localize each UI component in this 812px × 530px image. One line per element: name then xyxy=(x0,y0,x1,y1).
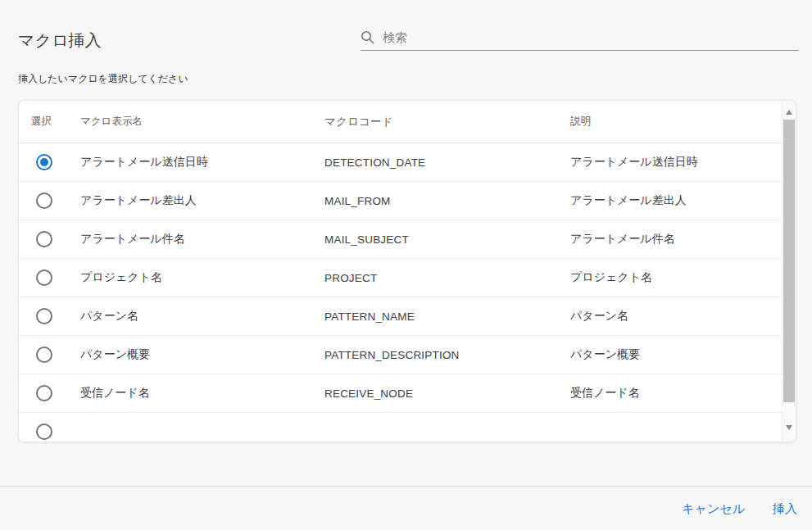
scrollbar-up-arrow-icon[interactable] xyxy=(786,110,792,115)
macro-display-name: アラートメール送信日時 xyxy=(80,143,324,181)
table-scrollbar[interactable] xyxy=(782,101,796,442)
macro-code: MAIL_FROM xyxy=(324,182,570,220)
insert-button[interactable]: 挿入 xyxy=(771,496,799,522)
radio-unselected[interactable] xyxy=(36,231,52,247)
column-header-description: 説明 xyxy=(570,101,782,143)
macro-description xyxy=(570,413,782,442)
radio-unselected[interactable] xyxy=(36,385,52,401)
select-cell xyxy=(19,336,80,374)
column-header-select: 選択 xyxy=(19,101,80,143)
radio-unselected[interactable] xyxy=(36,308,52,324)
macro-table-card: 選択 マクロ表示名 マクロコード 説明 アラートメール送信日時DETECTION… xyxy=(18,100,796,442)
footer-divider xyxy=(0,486,812,487)
column-header-code: マクロコード xyxy=(324,101,570,143)
macro-code: PROJECT xyxy=(324,259,570,297)
macro-description: アラートメール送信日時 xyxy=(570,143,782,181)
scrollbar-down-arrow-icon[interactable] xyxy=(786,425,792,430)
cancel-button[interactable]: キャンセル xyxy=(680,496,746,522)
table-row[interactable]: パターン概要PATTERN_DESCRIPTIONパターン概要 xyxy=(19,336,782,374)
table-row[interactable]: アラートメール送信日時DETECTION_DATEアラートメール送信日時 xyxy=(19,143,782,182)
radio-unselected[interactable] xyxy=(36,270,52,286)
macro-code: MAIL_SUBJECT xyxy=(324,220,570,258)
table-row[interactable]: 受信ノード名RECEIVE_NODE受信ノード名 xyxy=(19,374,782,413)
table-row[interactable]: アラートメール件名MAIL_SUBJECTアラートメール件名 xyxy=(19,220,782,259)
macro-display-name: アラートメール差出人 xyxy=(80,182,324,220)
select-cell xyxy=(19,374,80,412)
table-viewport: 選択 マクロ表示名 マクロコード 説明 アラートメール送信日時DETECTION… xyxy=(19,101,782,442)
macro-display-name: 受信ノード名 xyxy=(80,374,324,412)
table-row[interactable]: アラートメール差出人MAIL_FROMアラートメール差出人 xyxy=(19,182,782,220)
macro-code: DETECTION_DATE xyxy=(324,143,570,181)
macro-display-name: パターン概要 xyxy=(80,336,324,374)
radio-unselected[interactable] xyxy=(36,193,52,209)
select-cell xyxy=(19,297,80,335)
macro-code xyxy=(324,413,570,442)
macro-description: パターン概要 xyxy=(570,336,782,374)
radio-unselected[interactable] xyxy=(36,424,52,440)
table-body: アラートメール送信日時DETECTION_DATEアラートメール送信日時アラート… xyxy=(19,143,782,442)
macro-description: アラートメール差出人 xyxy=(570,182,782,220)
page-title: マクロ挿入 xyxy=(18,29,101,52)
search-input[interactable] xyxy=(383,30,799,44)
table-row[interactable]: パターン名PATTERN_NAMEパターン名 xyxy=(19,297,782,336)
select-cell xyxy=(19,182,80,220)
select-cell xyxy=(19,143,80,181)
search-field[interactable] xyxy=(361,25,799,51)
table-row[interactable]: プロジェクト名PROJECTプロジェクト名 xyxy=(19,259,782,297)
macro-display-name: パターン名 xyxy=(80,297,324,335)
macro-description: アラートメール件名 xyxy=(570,220,782,258)
search-icon xyxy=(361,30,374,44)
select-cell xyxy=(19,220,80,258)
select-cell xyxy=(19,259,80,297)
macro-display-name: プロジェクト名 xyxy=(80,259,324,297)
scrollbar-thumb[interactable] xyxy=(783,120,795,402)
macro-insert-dialog: マクロ挿入 挿入したいマクロを選択してください 選択 マクロ表示名 マクロコード… xyxy=(0,0,812,530)
macro-display-name xyxy=(80,413,324,442)
macro-code: PATTERN_NAME xyxy=(324,297,570,335)
macro-code: RECEIVE_NODE xyxy=(324,374,570,412)
macro-description: 受信ノード名 xyxy=(570,374,782,412)
select-cell xyxy=(19,413,80,442)
footer-actions: キャンセル 挿入 xyxy=(680,496,799,522)
macro-description: プロジェクト名 xyxy=(570,259,782,297)
macro-description: パターン名 xyxy=(570,297,782,335)
radio-selected[interactable] xyxy=(36,154,52,170)
macro-code: PATTERN_DESCRIPTION xyxy=(324,336,570,374)
dialog-subtitle: 挿入したいマクロを選択してください xyxy=(18,72,188,86)
table-row[interactable] xyxy=(19,413,782,442)
radio-unselected[interactable] xyxy=(36,347,52,363)
column-header-name: マクロ表示名 xyxy=(80,101,324,143)
table-header-row: 選択 マクロ表示名 マクロコード 説明 xyxy=(19,101,782,143)
macro-display-name: アラートメール件名 xyxy=(80,220,324,258)
